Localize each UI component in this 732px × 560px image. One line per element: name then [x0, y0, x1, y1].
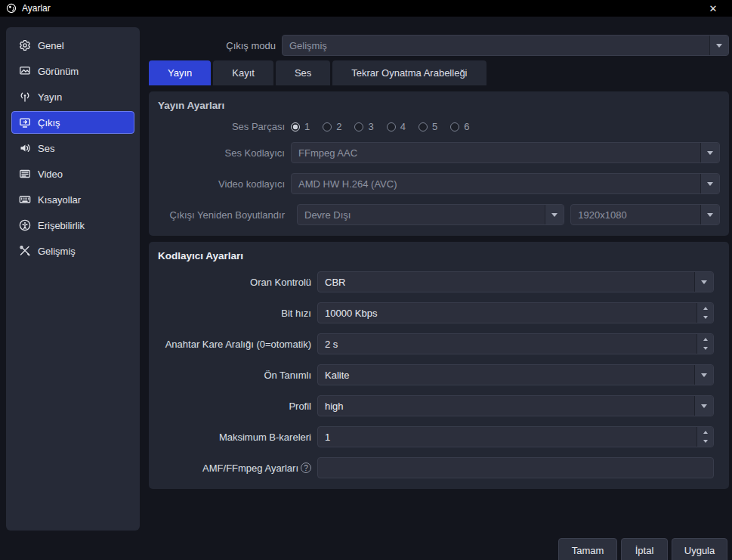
broadcast-icon — [19, 91, 31, 103]
sidebar-item-label: Çıkış — [38, 117, 60, 128]
audio-track-radio-2[interactable]: 2 — [323, 121, 341, 132]
rescale-output-value: Devre Dışı — [304, 209, 351, 221]
max-bframes-stepper[interactable]: 1 — [317, 426, 714, 447]
audio-encoder-value: FFmpeg AAC — [298, 147, 357, 159]
apply-button[interactable]: Uygula — [672, 538, 727, 560]
tab-audio[interactable]: Ses — [276, 60, 330, 85]
sidebar-item-label: Erişebilirlik — [38, 220, 85, 231]
rate-control-label: Oran Kontrolü — [158, 277, 317, 288]
rescale-resolution-dropdown[interactable]: 1920x1080 — [570, 204, 720, 225]
sidebar-item-label: Yayın — [38, 91, 62, 103]
output-mode-row: Çıkış modu Gelişmiş — [149, 35, 729, 56]
sidebar-item-accessibility[interactable]: Erişebilirlik — [11, 214, 134, 237]
gear-icon — [19, 39, 31, 51]
sidebar-item-general[interactable]: Genel — [11, 34, 134, 57]
help-icon[interactable]: ? — [301, 463, 311, 473]
chevron-down-icon[interactable] — [697, 344, 713, 354]
profile-value: high — [325, 401, 344, 412]
audio-encoder-row: Ses Kodlayıcı FFmpeg AAC — [158, 142, 720, 163]
advanced-icon — [19, 245, 31, 257]
sidebar-item-appearance[interactable]: Görünüm — [11, 60, 134, 82]
sidebar-item-label: Görünüm — [38, 66, 79, 77]
accessibility-icon — [19, 219, 31, 231]
amf-options-input[interactable] — [317, 457, 714, 478]
stream-settings-title: Yayın Ayarları — [158, 100, 720, 111]
radio-label: 2 — [336, 121, 341, 132]
output-mode-dropdown[interactable]: Gelişmiş — [282, 35, 729, 56]
chevron-up-icon[interactable] — [697, 427, 713, 437]
chevron-down-icon — [545, 205, 564, 224]
titlebar: Ayarlar ✕ — [0, 0, 732, 17]
appearance-icon — [19, 65, 31, 77]
output-icon — [19, 116, 31, 128]
encoder-settings-title: Kodlayıcı Ayarları — [158, 250, 720, 261]
amf-options-label-text: AMF/FFmpeg Ayarları — [202, 463, 298, 474]
preset-value: Kalite — [325, 370, 350, 381]
radio-icon — [291, 122, 300, 131]
chevron-down-icon — [700, 205, 719, 224]
ok-button-label: Tamam — [572, 545, 604, 556]
tab-stream[interactable]: Yayın — [149, 60, 211, 85]
cancel-button[interactable]: İptal — [621, 538, 668, 560]
radio-icon — [419, 122, 428, 131]
preset-label: Ön Tanımlı — [158, 370, 317, 381]
audio-track-radio-1[interactable]: 1 — [291, 121, 310, 132]
cancel-button-label: İptal — [635, 545, 654, 556]
audio-encoder-dropdown[interactable]: FFmpeg AAC — [291, 142, 720, 163]
tab-label: Yayın — [168, 67, 192, 79]
max-bframes-value: 1 — [325, 432, 330, 443]
stream-settings-panel: Yayın Ayarları Ses Parçası 1 2 3 4 5 6 S… — [149, 91, 729, 236]
keyframe-interval-stepper[interactable]: 2 s — [317, 333, 714, 354]
sidebar-item-advanced[interactable]: Gelişmiş — [11, 240, 134, 262]
chevron-down-icon[interactable] — [697, 313, 713, 323]
rescale-output-label: Çıkışı Yeniden Boyutlandır — [158, 209, 291, 221]
audio-track-radio-5[interactable]: 5 — [419, 121, 437, 132]
sidebar-item-output[interactable]: Çıkış — [11, 111, 134, 134]
close-icon[interactable]: ✕ — [700, 0, 726, 17]
radio-label: 3 — [368, 121, 373, 132]
rescale-output-dropdown[interactable]: Devre Dışı — [297, 204, 564, 225]
chevron-down-icon — [700, 174, 719, 193]
stepper-buttons — [696, 303, 713, 323]
radio-icon — [387, 122, 396, 131]
sidebar-item-stream[interactable]: Yayın — [11, 85, 134, 108]
profile-label: Profil — [158, 401, 317, 412]
sidebar-item-video[interactable]: Video — [11, 162, 134, 185]
sidebar-item-hotkeys[interactable]: Kısayollar — [11, 188, 134, 211]
ok-button[interactable]: Tamam — [558, 538, 617, 560]
tab-recording[interactable]: Kayıt — [213, 60, 273, 85]
encoder-settings-panel: Kodlayıcı Ayarları Oran Kontrolü CBR Bit… — [149, 242, 729, 489]
chevron-down-icon[interactable] — [697, 437, 713, 447]
radio-icon — [323, 122, 332, 131]
audio-track-radio-6[interactable]: 6 — [450, 121, 469, 132]
radio-label: 1 — [304, 121, 310, 132]
video-encoder-dropdown[interactable]: AMD HW H.264 (AVC) — [291, 173, 720, 194]
audio-track-radio-4[interactable]: 4 — [387, 121, 406, 132]
rate-control-dropdown[interactable]: CBR — [317, 271, 714, 292]
bitrate-stepper[interactable]: 10000 Kbps — [317, 302, 714, 323]
sidebar-item-label: Video — [38, 169, 63, 180]
preset-dropdown[interactable]: Kalite — [317, 364, 714, 385]
chevron-down-icon — [694, 396, 713, 416]
bitrate-row: Bit hızı 10000 Kbps — [158, 302, 720, 323]
sidebar-item-label: Kısayollar — [38, 194, 81, 206]
profile-dropdown[interactable]: high — [317, 395, 714, 416]
audio-track-radio-3[interactable]: 3 — [354, 121, 373, 132]
radio-icon — [450, 122, 459, 131]
chevron-down-icon — [694, 365, 713, 385]
sidebar-item-label: Genel — [38, 40, 64, 51]
video-encoder-label: Video kodlayıcı — [158, 178, 291, 190]
stepper-buttons — [696, 427, 713, 447]
video-encoder-value: AMD HW H.264 (AVC) — [298, 178, 397, 190]
radio-label: 5 — [432, 121, 437, 132]
video-icon — [19, 168, 31, 180]
keyframe-interval-label: Anahtar Kare Aralığı (0=otomatik) — [158, 339, 317, 350]
audio-track-radio-group: 1 2 3 4 5 6 — [291, 121, 469, 132]
chevron-up-icon[interactable] — [697, 334, 713, 344]
chevron-up-icon[interactable] — [697, 303, 713, 313]
sidebar-item-audio[interactable]: Ses — [11, 137, 134, 159]
tab-replay-buffer[interactable]: Tekrar Oynatma Arabelleği — [332, 60, 486, 85]
tab-label: Ses — [295, 67, 311, 79]
keyframe-interval-row: Anahtar Kare Aralığı (0=otomatik) 2 s — [158, 333, 720, 354]
radio-label: 4 — [400, 121, 406, 132]
